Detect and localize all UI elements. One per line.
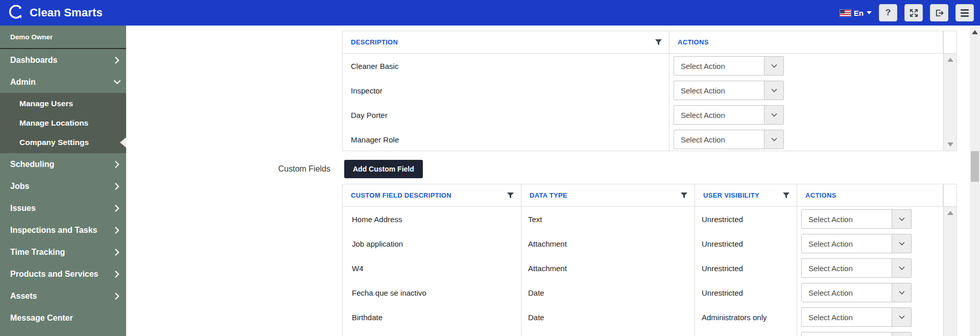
role-actions-cell: Select Action xyxy=(670,54,943,78)
chevron-down-icon[interactable] xyxy=(764,57,783,75)
chevron-down-icon[interactable] xyxy=(764,106,783,124)
select-action-dropdown[interactable]: Select Action xyxy=(674,130,784,149)
chevron-down-icon[interactable] xyxy=(892,234,911,253)
help-button[interactable]: ? xyxy=(879,4,897,21)
table-row: Day Porter Select Action xyxy=(343,103,957,127)
scroll-up-arrow[interactable] xyxy=(972,30,978,34)
table-row-partial xyxy=(343,329,957,336)
chevron-right-icon xyxy=(115,271,119,278)
filter-funnel-icon[interactable] xyxy=(680,192,688,199)
sidebar-item-label: Admin xyxy=(10,78,36,87)
select-action-value: Select Action xyxy=(802,259,892,277)
select-action-value: Select Action xyxy=(802,210,892,228)
sidebar-item-issues[interactable]: Issues xyxy=(0,197,126,219)
add-custom-field-button[interactable]: Add Custom Field xyxy=(344,160,423,178)
logout-button[interactable] xyxy=(930,4,948,21)
field-actions-cell: Select Action xyxy=(797,231,943,256)
table-row: Inspector Select Action xyxy=(343,78,957,103)
header-actions: En ? xyxy=(840,0,974,26)
sidebar-item-inspections-and-tasks[interactable]: Inspections and Tasks xyxy=(0,219,126,241)
app-logo[interactable]: Clean Smarts xyxy=(7,3,103,22)
table-row: Home Address Text Unrestricted Select Ac… xyxy=(343,207,957,231)
select-action-dropdown[interactable]: Select Action xyxy=(801,258,912,278)
chevron-right-icon xyxy=(115,293,119,300)
scroll-up-arrow[interactable] xyxy=(947,211,953,215)
select-action-value: Select Action xyxy=(674,106,764,124)
fullscreen-button[interactable] xyxy=(904,4,923,21)
select-action-dropdown[interactable]: Select Action xyxy=(801,209,912,229)
select-action-dropdown[interactable] xyxy=(801,332,912,336)
chevron-right-icon xyxy=(115,205,119,212)
select-action-dropdown[interactable]: Select Action xyxy=(801,307,912,327)
select-action-value xyxy=(802,332,892,336)
sidebar-item-manage-users[interactable]: Manage Users xyxy=(0,94,126,113)
account-name: Demo Owner xyxy=(0,26,126,49)
select-action-dropdown[interactable]: Select Action xyxy=(674,56,784,76)
sidebar-item-label: Issues xyxy=(10,204,36,213)
chevron-down-icon[interactable] xyxy=(892,259,911,277)
select-action-dropdown[interactable]: Select Action xyxy=(674,105,784,125)
custom-fields-label: Custom Fields xyxy=(126,164,330,174)
chevron-down-icon[interactable] xyxy=(764,81,783,100)
data-type-cell: Attachment xyxy=(521,231,695,256)
sidebar-item-company-settings[interactable]: Company Settings xyxy=(0,133,126,152)
filter-funnel-icon[interactable] xyxy=(655,39,662,46)
column-header-actions: ACTIONS xyxy=(797,184,943,206)
role-actions-cell: Select Action xyxy=(670,127,943,152)
active-item-marker xyxy=(120,137,126,148)
table-vertical-scrollbar[interactable] xyxy=(943,54,957,151)
page-vertical-scrollbar[interactable] xyxy=(970,26,980,336)
chevron-down-icon[interactable] xyxy=(764,130,783,149)
filter-funnel-icon[interactable] xyxy=(507,192,514,199)
chevron-down-icon[interactable] xyxy=(892,308,911,326)
sidebar-item-manage-locations[interactable]: Manage Locations xyxy=(0,113,126,133)
field-description-cell: W4 xyxy=(343,256,521,280)
header-scrollbar-spacer xyxy=(943,31,957,53)
column-header-data-type: DATA TYPE xyxy=(521,184,695,206)
sidebar-item-message-center[interactable]: Message Center xyxy=(0,307,126,329)
column-header-label: USER VISIBILITY xyxy=(703,191,759,199)
chevron-down-icon xyxy=(114,80,121,84)
scrollbar-thumb[interactable] xyxy=(971,151,979,182)
select-action-value: Select Action xyxy=(802,234,892,253)
sidebar-item-products-and-services[interactable]: Products and Services xyxy=(0,263,126,285)
table-vertical-scrollbar[interactable] xyxy=(943,207,957,336)
field-description-cell: Home Address xyxy=(343,207,521,231)
chevron-down-icon[interactable] xyxy=(892,210,911,228)
user-visibility-cell: Unrestricted xyxy=(695,256,797,280)
language-selector[interactable]: En xyxy=(840,9,872,17)
select-action-dropdown[interactable]: Select Action xyxy=(801,283,912,302)
sidebar-item-dashboards[interactable]: Dashboards xyxy=(0,49,126,71)
sidebar-item-scheduling[interactable]: Scheduling xyxy=(0,153,126,175)
data-type-cell: Date xyxy=(521,280,695,305)
sidebar-item-assets[interactable]: Assets xyxy=(0,285,126,307)
circular-arrow-logo-icon xyxy=(7,3,25,22)
chevron-right-icon xyxy=(115,161,119,168)
user-visibility-cell: Administrators only xyxy=(695,305,797,329)
select-action-dropdown[interactable]: Select Action xyxy=(801,234,912,253)
chevron-down-icon[interactable] xyxy=(892,283,911,302)
roles-table: DESCRIPTION ACTIONS Cleaner Basic Select… xyxy=(342,31,957,151)
scroll-up-arrow[interactable] xyxy=(947,58,953,62)
roles-table-header: DESCRIPTION ACTIONS xyxy=(343,31,957,54)
data-type-cell: Date xyxy=(521,305,695,329)
role-actions-cell: Select Action xyxy=(670,103,943,127)
sidebar-item-label: Assets xyxy=(10,292,37,301)
table-row: Fecha que se inactivo Date Unrestricted … xyxy=(343,280,957,305)
field-description-cell: Job application xyxy=(343,231,521,256)
sign-out-icon xyxy=(935,9,944,17)
chevron-right-icon xyxy=(115,57,119,64)
menu-button[interactable] xyxy=(955,4,974,21)
select-action-dropdown[interactable]: Select Action xyxy=(674,81,784,100)
sidebar-item-jobs[interactable]: Jobs xyxy=(0,175,126,197)
sidebar-item-admin[interactable]: Admin xyxy=(0,71,126,93)
role-description-cell: Cleaner Basic xyxy=(343,54,670,78)
sidebar-item-time-tracking[interactable]: Time Tracking xyxy=(0,241,126,263)
filter-funnel-icon[interactable] xyxy=(782,192,790,199)
chevron-down-icon[interactable] xyxy=(892,332,911,336)
sidebar-item-label: Dashboards xyxy=(10,56,57,65)
field-description-cell: Birthdate xyxy=(343,305,521,329)
field-actions-cell: Select Action xyxy=(797,305,943,329)
scroll-down-arrow[interactable] xyxy=(947,142,953,147)
column-header-label: ACTIONS xyxy=(805,191,836,199)
